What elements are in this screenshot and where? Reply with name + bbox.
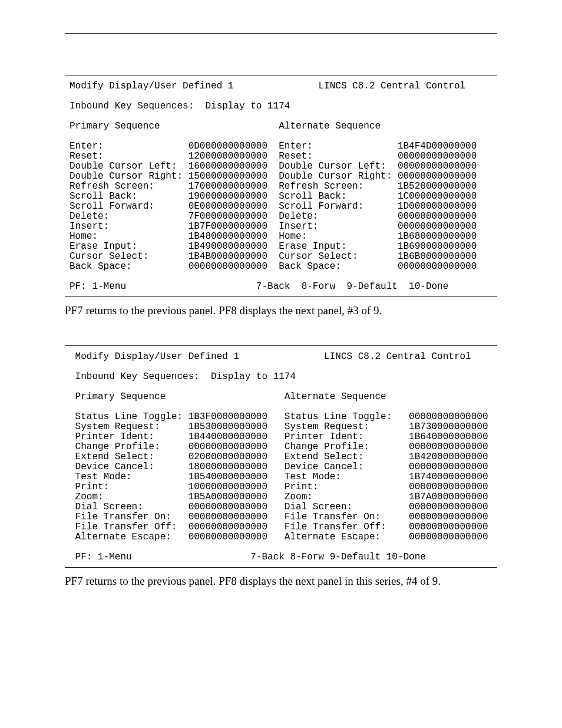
caption-panel-3: PF7 returns to the previous panel. PF8 d… [65, 575, 497, 588]
panel-2-text: Modify Display/User Defined 1 LINCS C8.2… [70, 81, 477, 292]
top-rule [65, 33, 497, 34]
panel-2-of-9: Modify Display/User Defined 1 LINCS C8.2… [65, 75, 497, 297]
panel-3-of-9: Modify Display/User Defined 1 LINCS C8.2… [65, 345, 497, 568]
panel-3-text: Modify Display/User Defined 1 LINCS C8.2… [70, 351, 488, 562]
caption-panel-2: PF7 returns to the previous panel. PF8 d… [65, 304, 497, 317]
